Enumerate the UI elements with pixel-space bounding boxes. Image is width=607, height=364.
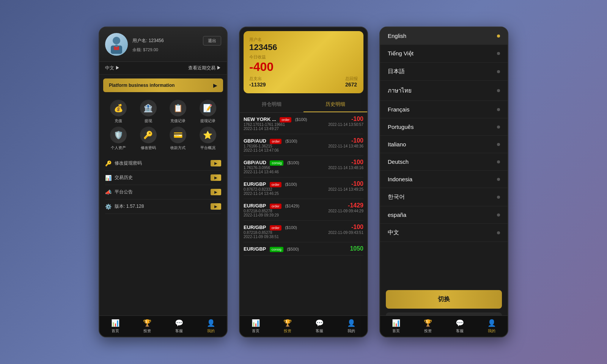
nav-invest-1[interactable]: 🏆 投资 — [143, 319, 151, 334]
tabs-bar: 持仓明细 历史明细 — [240, 97, 367, 113]
menu-item-recharge[interactable]: 💰 充值 — [105, 100, 132, 124]
nav-mine-label-1: 我的 — [207, 328, 215, 334]
trade-row[interactable]: EUR/GBP consig ($500) 1050 — [244, 242, 363, 256]
withdraw-record-label: 提现记录 — [200, 118, 215, 124]
menu-item-payment[interactable]: 💳 收款方式 — [165, 127, 192, 151]
list-item-announcement[interactable]: 📣 平台公告 ▶ — [105, 185, 221, 199]
nav-invest-3[interactable]: 🏆 投资 — [424, 319, 432, 334]
language-list: English Tiếng Việt 日本語 ภาษาไทย Français … — [380, 27, 508, 284]
trade-row[interactable]: EUR/GBP order ($100) -100 0.87672-0.8233… — [244, 177, 363, 199]
recharge-label: 充值 — [115, 118, 122, 124]
lang-item-portuguese[interactable]: Português — [380, 118, 508, 136]
trade-amount: ($500) — [287, 247, 299, 251]
nav-mine-2[interactable]: 👤 我的 — [347, 319, 355, 334]
nav-service-1[interactable]: 💬 客服 — [175, 319, 183, 334]
phone1-content: 用户名: 123456 退出 余额: $729.00 中文 ▶ 查看近期交易 ▶… — [99, 27, 227, 337]
announcement-label: 平台公告 — [115, 189, 133, 195]
nav-home-1[interactable]: 📊 首页 — [111, 319, 120, 334]
trade-history-label: 交易历史 — [115, 174, 133, 181]
trades-list: NEW YORK ... order ($100) -100 1762.1701… — [240, 113, 367, 337]
lang-item-japanese[interactable]: 日本語 — [380, 63, 508, 81]
menu-item-platform[interactable]: ⭐ 平台概况 — [195, 127, 222, 151]
nav-service-label-2: 客服 — [316, 328, 323, 334]
mine-icon-1: 👤 — [207, 319, 215, 327]
list-item-withdraw-pwd[interactable]: 🔑 修改提现密码 ▶ — [105, 156, 221, 171]
lang-item-thai[interactable]: ภาษาไทย — [380, 81, 508, 101]
nav-home-3[interactable]: 📊 首页 — [392, 319, 400, 334]
version-label: 版本: 1.57.128 — [115, 203, 144, 210]
lang-item-korean[interactable]: 한국어 — [380, 188, 508, 206]
list-item-trade-history[interactable]: 📊 交易历史 ▶ — [105, 171, 221, 185]
bottom-nav-2: 📊 首页 🏆 投资 💬 客服 👤 我的 — [240, 315, 367, 337]
lang-item-english[interactable]: English — [380, 27, 508, 45]
trade-prices: 0.87218-0.85278 — [244, 231, 272, 235]
nav-invest-2[interactable]: 🏆 投资 — [283, 319, 292, 334]
trade-amount: ($100) — [295, 117, 307, 122]
menu-item-assets[interactable]: 🛡️ 个人资产 — [105, 127, 132, 151]
trade-date-left: 2022-11-14 13:46:46 — [244, 170, 279, 174]
lang-item-chinese[interactable]: 中文 — [380, 224, 508, 242]
lang-dot-thai — [497, 89, 500, 92]
lang-dot-indonesian — [497, 178, 500, 181]
lang-dot-chinese — [497, 231, 500, 234]
trade-badge-red: order — [270, 225, 281, 231]
nav-service-2[interactable]: 💬 客服 — [315, 319, 324, 334]
trade-badge-red: order — [280, 117, 291, 122]
trade-row[interactable]: NEW YORK ... order ($100) -100 1762.1701… — [244, 113, 363, 134]
nav-invest-label-2: 投资 — [284, 328, 291, 334]
switch-button[interactable]: 切换 — [386, 290, 502, 309]
lang-item-german[interactable]: Deutsch — [380, 153, 508, 171]
menu-item-withdraw-record[interactable]: 📝 提现记录 — [195, 100, 222, 124]
logout-button[interactable]: 退出 — [203, 36, 221, 46]
trade-row[interactable]: EUR/GBP order ($100) -100 0.87218-0.8527… — [244, 221, 363, 242]
home-icon-1: 📊 — [111, 319, 120, 327]
menu-item-withdraw[interactable]: 🏦 提现 — [135, 100, 162, 124]
trade-prices: 1.76166-1.36215 — [244, 144, 272, 148]
lang-name-japanese: 日本語 — [388, 68, 405, 75]
menu-item-recharge-record[interactable]: 📋 充值记录 — [165, 100, 192, 124]
lang-name-french: Français — [388, 106, 410, 113]
tab-history[interactable]: 历史明细 — [304, 97, 367, 112]
trade-pnl: -100 — [351, 224, 363, 231]
trade-row[interactable]: GBP/AUD consig ($100) -100 1.76176-3.095… — [244, 156, 363, 177]
menu-item-password[interactable]: 🔑 修改密码 — [135, 127, 162, 151]
lang-item-indonesian[interactable]: Indonesia — [380, 171, 508, 188]
arrow-right-icon: ▶ — [213, 82, 217, 88]
username-label: 用户名: 123456 — [132, 38, 164, 44]
service-icon-1: 💬 — [175, 319, 183, 327]
trade-row[interactable]: EUR/GBP order ($1429) -1429 0.87218-0.85… — [244, 199, 363, 221]
language-button[interactable]: 中文 ▶ — [105, 65, 120, 71]
lang-item-vietnamese[interactable]: Tiếng Việt — [380, 45, 508, 63]
bottom-nav-3: 📊 首页 🏆 投资 💬 客服 👤 我的 — [380, 315, 508, 337]
lang-name-spanish: españa — [388, 212, 406, 218]
platform-info-text: Platform business information — [109, 83, 175, 88]
trade-row[interactable]: GBP/AUD order ($100) -100 1.76166-1.3621… — [244, 134, 363, 156]
service-icon-2: 💬 — [315, 319, 324, 327]
user-header: 用户名: 123456 退出 余额: $729.00 — [99, 27, 227, 62]
trade-pnl: -100 — [351, 180, 363, 187]
trade-pair: EUR/GBP — [244, 246, 266, 252]
trade-time-right: 2022-11-14 13:50:57 — [328, 122, 363, 127]
nav-service-3[interactable]: 💬 客服 — [456, 319, 464, 334]
recent-trades-button[interactable]: 查看近期交易 ▶ — [188, 65, 221, 71]
lang-item-italian[interactable]: Italiano — [380, 136, 508, 153]
trade-amount: ($100) — [287, 160, 299, 165]
trade-date-left: 2022-11-09 09:38:51 — [244, 235, 279, 239]
recharge-record-icon: 📋 — [173, 104, 183, 113]
trade-amount: ($100) — [285, 182, 297, 187]
nav-mine-1[interactable]: 👤 我的 — [207, 319, 215, 334]
nav-home-2[interactable]: 📊 首页 — [252, 319, 260, 334]
list-item-version: ⚙️ 版本: 1.57.128 ▶ — [105, 199, 221, 214]
nav-home-label-1: 首页 — [112, 328, 119, 334]
lang-item-spanish[interactable]: españa — [380, 206, 508, 224]
trade-amount: ($100) — [285, 225, 297, 230]
nav-mine-3[interactable]: 👤 我的 — [487, 319, 496, 334]
trade-pnl: -100 — [351, 137, 363, 144]
withdraw-pwd-arrow: ▶ — [211, 160, 221, 166]
platform-info-bar[interactable]: Platform business information ▶ — [103, 78, 223, 92]
announcement-icon: 📣 — [105, 189, 112, 195]
trade-history-icon: 📊 — [105, 175, 112, 181]
trade-prices: 1.76176-3.0956 — [244, 166, 270, 170]
tab-holdings[interactable]: 持仓明细 — [240, 97, 304, 112]
lang-item-french[interactable]: Français — [380, 101, 508, 118]
